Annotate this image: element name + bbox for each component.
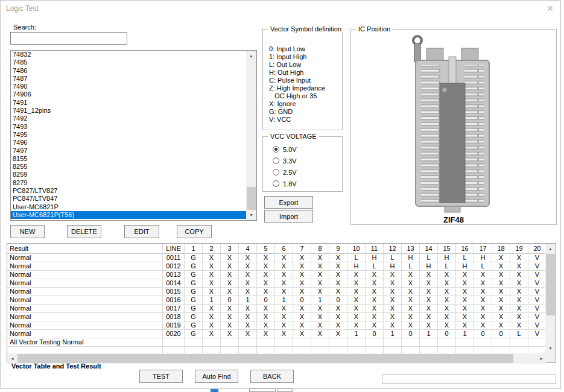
auto-find-button[interactable]: Auto Find bbox=[195, 370, 238, 383]
table-cell: 6 bbox=[275, 244, 293, 254]
table-cell: G bbox=[185, 305, 203, 313]
table-cell: X bbox=[275, 271, 293, 279]
device-list-item[interactable]: 8155 bbox=[11, 155, 256, 163]
table-cell bbox=[185, 338, 203, 347]
table-row[interactable]: Normal0013GXXXXXXXXXXXXXXXXXXV bbox=[7, 271, 547, 279]
result-table[interactable]: ResultLINE123456789101112131415161718192… bbox=[7, 243, 556, 363]
device-list-item[interactable]: 7497 bbox=[11, 147, 256, 155]
edit-button[interactable]: EDIT bbox=[124, 225, 159, 238]
delete-button[interactable]: DELETE bbox=[67, 225, 101, 238]
export-button[interactable]: Export bbox=[264, 196, 313, 209]
table-cell: X bbox=[456, 305, 474, 313]
table-cell: 11 bbox=[366, 244, 384, 254]
table-cell: H bbox=[474, 254, 492, 262]
device-list-scrollbar[interactable]: ▲ ▼ bbox=[246, 51, 256, 220]
device-list-item[interactable]: 8259 bbox=[11, 171, 256, 179]
table-cell: X bbox=[420, 296, 438, 305]
device-list-item[interactable]: User-MC6821P(T56) bbox=[11, 211, 256, 219]
table-cell: V bbox=[528, 271, 547, 279]
device-list-item[interactable]: 7496 bbox=[11, 139, 256, 147]
close-icon[interactable]: ✕ bbox=[544, 3, 556, 14]
scrollbar-thumb[interactable] bbox=[546, 254, 555, 315]
scrollbar-thumb[interactable] bbox=[17, 354, 513, 363]
device-list-item[interactable]: 8279 bbox=[11, 179, 256, 187]
table-row[interactable]: Normal0018GXXXXXXXXXXXXXXXXXXV bbox=[7, 313, 547, 321]
table-cell bbox=[239, 347, 257, 353]
radio-icon bbox=[273, 157, 279, 164]
import-button[interactable]: Import bbox=[264, 210, 313, 223]
device-list-item[interactable]: User-MC6821P bbox=[11, 203, 256, 211]
vcc-option[interactable]: 5.0V bbox=[273, 144, 297, 156]
device-list[interactable]: ▲ ▼ 7483274857486748774907490674917491_1… bbox=[10, 50, 257, 221]
new-button[interactable]: NEW bbox=[10, 225, 45, 238]
table-cell bbox=[163, 338, 185, 347]
table-cell bbox=[384, 338, 402, 347]
table-cell: X bbox=[329, 279, 347, 288]
vcc-option[interactable]: 3.3V bbox=[273, 156, 297, 167]
table-cell: 1 bbox=[456, 330, 474, 338]
table-cell: X bbox=[311, 313, 329, 321]
device-list-item[interactable]: 7491_12pins bbox=[11, 107, 256, 115]
device-list-item[interactable]: 7490 bbox=[11, 83, 256, 90]
vcc-option[interactable]: 1.8V bbox=[273, 179, 297, 190]
table-cell: X bbox=[221, 262, 239, 271]
device-list-item[interactable]: PC847/LTV847 bbox=[11, 195, 256, 203]
scroll-up-icon[interactable]: ▲ bbox=[545, 244, 556, 254]
table-row[interactable]: Normal0020GXXXXXXXX101010100LV bbox=[7, 330, 547, 338]
zif-socket-icon bbox=[401, 33, 504, 213]
table-cell: X bbox=[257, 262, 275, 271]
table-cell: X bbox=[347, 296, 366, 305]
device-list-item[interactable]: 7491 bbox=[11, 99, 256, 107]
device-list-item[interactable]: 74832 bbox=[11, 51, 256, 58]
device-list-item[interactable]: 7492 bbox=[11, 115, 256, 122]
table-cell: X bbox=[456, 313, 474, 321]
scroll-up-icon[interactable]: ▲ bbox=[246, 51, 256, 61]
back-button[interactable]: BACK bbox=[250, 370, 294, 383]
table-cell: H bbox=[347, 262, 366, 271]
table-row[interactable]: Normal0011GXXXXXXXXLHLHLHLHXXV bbox=[7, 254, 547, 262]
table-cell: X bbox=[293, 288, 311, 296]
scrollbar-thumb[interactable] bbox=[247, 187, 256, 210]
table-row[interactable]: Normal0017GXXXXXXXXXXXXXXXXXXV bbox=[7, 305, 547, 313]
table-cell: L bbox=[456, 254, 474, 262]
table-cell: X bbox=[329, 288, 347, 296]
table-row[interactable]: Normal0019GXXXXXXXXXXXXXXXXXXV bbox=[7, 321, 547, 330]
table-cell: X bbox=[221, 305, 239, 313]
table-cell: X bbox=[329, 313, 347, 321]
table-row[interactable]: Normal0015GXXXXXXXXXXXXXXXXXXV bbox=[7, 288, 547, 296]
table-row[interactable]: Normal0012GXXXXXXXXHLHLHLHLXXV bbox=[7, 262, 547, 271]
table-cell: L bbox=[347, 254, 366, 262]
test-button[interactable]: TEST bbox=[139, 370, 183, 383]
search-input[interactable] bbox=[10, 32, 127, 45]
table-cell bbox=[474, 338, 492, 347]
table-row[interactable]: Normal0016G10101010XXXXXXXXXXV bbox=[7, 296, 547, 305]
table-cell bbox=[347, 338, 366, 347]
table-cell bbox=[311, 347, 329, 353]
table-cell: V bbox=[528, 254, 547, 262]
device-list-item[interactable]: 7487 bbox=[11, 75, 256, 83]
table-cell: 12 bbox=[384, 244, 402, 254]
table-vertical-scrollbar[interactable]: ▲ ▼ bbox=[545, 244, 556, 353]
table-cell: V bbox=[528, 296, 547, 305]
copy-button[interactable]: COPY bbox=[177, 225, 212, 238]
table-cell: X bbox=[311, 262, 329, 271]
vcc-option[interactable]: 2.5V bbox=[273, 167, 297, 179]
table-cell: Normal bbox=[7, 313, 163, 321]
scroll-down-icon[interactable]: ▼ bbox=[246, 210, 256, 220]
device-list-item[interactable]: 7485 bbox=[11, 58, 256, 66]
device-list-item[interactable]: 7495 bbox=[11, 131, 256, 139]
device-list-item[interactable]: PC827/LTV827 bbox=[11, 187, 256, 195]
device-list-item[interactable]: 7486 bbox=[11, 67, 256, 75]
table-cell: X bbox=[438, 313, 456, 321]
table-cell: X bbox=[293, 262, 311, 271]
device-list-item[interactable]: 74906 bbox=[11, 90, 256, 98]
device-list-item[interactable]: 8255 bbox=[11, 163, 256, 171]
table-cell: X bbox=[221, 271, 239, 279]
device-list-item[interactable]: 7493 bbox=[11, 123, 256, 131]
table-cell: X bbox=[492, 296, 510, 305]
table-row[interactable]: Normal0014GXXXXXXXXXXXXXXXXXXV bbox=[7, 279, 547, 288]
symbol-definition-line: 1: Input High bbox=[269, 53, 325, 61]
symbol-definition-line: C: Pulse Input bbox=[269, 77, 325, 84]
table-cell: X bbox=[438, 305, 456, 313]
scrollbar-corner bbox=[545, 352, 556, 362]
